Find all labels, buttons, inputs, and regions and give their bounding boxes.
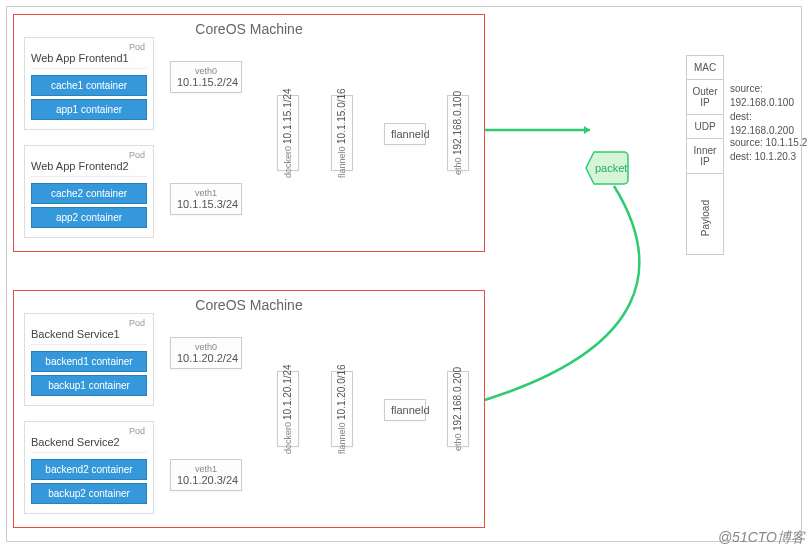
pod-label: Pod bbox=[31, 426, 147, 436]
docker0-ip: 10.1.20.1/24 bbox=[282, 364, 294, 420]
veth0-ip: 10.1.20.2/24 bbox=[177, 352, 235, 364]
veth1-ip: 10.1.15.3/24 bbox=[177, 198, 235, 210]
stack-payload-cell: Payload bbox=[687, 174, 723, 254]
docker0-label: docker0 bbox=[283, 146, 294, 178]
pod-backend2: Pod Backend Service2 backend2 container … bbox=[24, 421, 154, 514]
pod-label: Pod bbox=[31, 150, 147, 160]
eth0-ip: 192.168.0.200 bbox=[452, 367, 464, 431]
docker0-ip: 10.1.15.1/24 bbox=[282, 88, 294, 144]
eth0-label: eth0 bbox=[453, 433, 464, 451]
flannel0-box-2: flannel010.1.20.0/16 bbox=[331, 371, 353, 447]
inner-src: source: 10.1.15.2 bbox=[730, 136, 807, 150]
outer-dst: dest: 192.168.0.200 bbox=[730, 110, 809, 138]
pod-frontend1: Pod Web App Frontend1 cache1 container a… bbox=[24, 37, 154, 130]
veth1-ip: 10.1.20.3/24 bbox=[177, 474, 235, 486]
flannel0-box: flannel010.1.15.0/16 bbox=[331, 95, 353, 171]
veth0-box-2: veth0 10.1.20.2/24 bbox=[170, 337, 242, 369]
pod-title: Web App Frontend1 bbox=[31, 52, 147, 69]
veth0-ip: 10.1.15.2/24 bbox=[177, 76, 235, 88]
stack-outer-ip: Outer IP bbox=[687, 80, 723, 115]
container-backend1[interactable]: backend1 container bbox=[31, 351, 147, 372]
eth0-box-2: eth0192.168.0.200 bbox=[447, 371, 469, 447]
stack-payload: Payload bbox=[700, 180, 711, 256]
pod-title: Backend Service2 bbox=[31, 436, 147, 453]
machine-2-title: CoreOS Machine bbox=[14, 297, 484, 313]
flannel0-ip: 10.1.20.0/16 bbox=[336, 364, 348, 420]
encap-stack: MAC Outer IP UDP Inner IP Payload bbox=[686, 55, 724, 255]
container-app1[interactable]: app1 container bbox=[31, 99, 147, 120]
stack-inner-ip: Inner IP bbox=[687, 139, 723, 174]
container-cache1[interactable]: cache1 container bbox=[31, 75, 147, 96]
stack-udp: UDP bbox=[687, 115, 723, 139]
veth1-box-2: veth1 10.1.20.3/24 bbox=[170, 459, 242, 491]
stack-mac: MAC bbox=[687, 56, 723, 80]
outer-ip-anno: source: 192.168.0.100 dest: 192.168.0.20… bbox=[730, 82, 809, 138]
inner-ip-anno: source: 10.1.15.2 dest: 10.1.20.3 bbox=[730, 136, 807, 164]
flannel0-label: flannel0 bbox=[337, 146, 348, 178]
eth0-label: eth0 bbox=[453, 157, 464, 175]
eth0-box: eth0192.168.0.100 bbox=[447, 95, 469, 171]
pod-frontend2: Pod Web App Frontend2 cache2 container a… bbox=[24, 145, 154, 238]
flannel0-label: flannel0 bbox=[337, 422, 348, 454]
container-backend2[interactable]: backend2 container bbox=[31, 459, 147, 480]
container-backup1[interactable]: backup1 container bbox=[31, 375, 147, 396]
pod-label: Pod bbox=[31, 42, 147, 52]
pod-backend1: Pod Backend Service1 backend1 container … bbox=[24, 313, 154, 406]
container-backup2[interactable]: backup2 container bbox=[31, 483, 147, 504]
pod-title: Web App Frontend2 bbox=[31, 160, 147, 177]
machine-1: CoreOS Machine Pod Web App Frontend1 cac… bbox=[13, 14, 485, 252]
flanneld-label: flanneld bbox=[391, 404, 430, 416]
flanneld-label: flanneld bbox=[391, 128, 430, 140]
veth0-box: veth0 10.1.15.2/24 bbox=[170, 61, 242, 93]
machine-1-title: CoreOS Machine bbox=[14, 21, 484, 37]
flanneld-box: flanneld bbox=[384, 123, 426, 145]
veth1-label: veth1 bbox=[177, 188, 235, 198]
pod-label: Pod bbox=[31, 318, 147, 328]
flanneld-box-2: flanneld bbox=[384, 399, 426, 421]
pod-title: Backend Service1 bbox=[31, 328, 147, 345]
machine-2: CoreOS Machine Pod Backend Service1 back… bbox=[13, 290, 485, 528]
docker0-box-2: docker010.1.20.1/24 bbox=[277, 371, 299, 447]
watermark: @51CTO博客 bbox=[718, 529, 805, 547]
packet-label: packet bbox=[595, 162, 627, 174]
eth0-ip: 192.168.0.100 bbox=[452, 91, 464, 155]
inner-dst: dest: 10.1.20.3 bbox=[730, 150, 807, 164]
docker0-box: docker010.1.15.1/24 bbox=[277, 95, 299, 171]
veth0-label: veth0 bbox=[177, 66, 235, 76]
container-cache2[interactable]: cache2 container bbox=[31, 183, 147, 204]
veth0-label: veth0 bbox=[177, 342, 235, 352]
outer-src: source: 192.168.0.100 bbox=[730, 82, 809, 110]
container-app2[interactable]: app2 container bbox=[31, 207, 147, 228]
veth1-label: veth1 bbox=[177, 464, 235, 474]
flannel0-ip: 10.1.15.0/16 bbox=[336, 88, 348, 144]
veth1-box: veth1 10.1.15.3/24 bbox=[170, 183, 242, 215]
docker0-label: docker0 bbox=[283, 422, 294, 454]
